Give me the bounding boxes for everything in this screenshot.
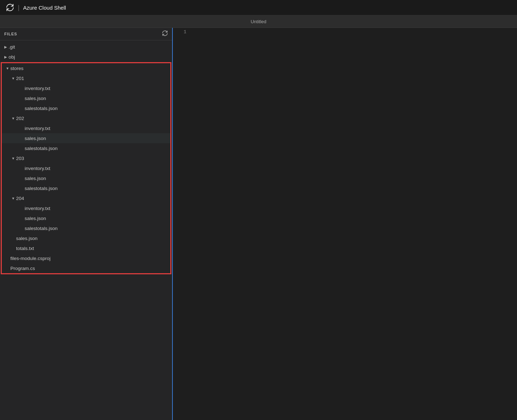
label-sales-stores: sales.json (16, 236, 37, 241)
label-inventory-204: inventory.txt (25, 206, 50, 211)
arrow-salestotals-203 (19, 186, 25, 190)
tree-item-sales-201[interactable]: sales.json (2, 93, 170, 103)
tree-item-stores[interactable]: ▼ stores (2, 63, 170, 73)
tree-item-inventory-204[interactable]: inventory.txt (2, 203, 170, 213)
arrow-sales-204 (19, 216, 25, 220)
sidebar: FILES ▶ .git ▶ obj ▼ (0, 28, 173, 420)
arrow-202: ▼ (10, 116, 16, 120)
label-201: 201 (16, 76, 24, 81)
tree-item-program[interactable]: Program.cs (2, 263, 170, 273)
label-files-module: files-module.csproj (10, 256, 51, 261)
main-layout: FILES ▶ .git ▶ obj ▼ (0, 28, 517, 420)
line-number-1: 1 (177, 29, 186, 35)
arrow-sales-stores (10, 236, 16, 240)
tree-item-totals-stores[interactable]: totals.txt (2, 243, 170, 253)
label-totals-stores: totals.txt (16, 246, 34, 251)
tree-item-sales-stores[interactable]: sales.json (2, 233, 170, 243)
label-sales-202: sales.json (25, 136, 46, 141)
label-git: .git (9, 44, 15, 50)
arrow-salestotals-201 (19, 106, 25, 110)
label-inventory-203: inventory.txt (25, 166, 50, 171)
line-numbers: 1 (173, 29, 191, 420)
label-stores: stores (10, 66, 24, 71)
arrow-salestotals-202 (19, 146, 25, 150)
tab-bar: Untitled (0, 15, 517, 28)
label-204: 204 (16, 196, 24, 201)
arrow-stores: ▼ (5, 66, 10, 70)
arrow-204: ▼ (10, 196, 16, 200)
label-sales-203: sales.json (25, 176, 46, 181)
label-sales-204: sales.json (25, 216, 46, 221)
label-program: Program.cs (10, 266, 35, 271)
highlighted-section: ▼ stores ▼ 201 inventory.txt sales.json (1, 62, 171, 274)
tree-item-sales-204[interactable]: sales.json (2, 213, 170, 223)
arrow-salestotals-204 (19, 226, 25, 230)
title-text: Azure Cloud Shell (23, 5, 66, 11)
label-obj: obj (9, 54, 15, 60)
tree-item-inventory-201[interactable]: inventory.txt (2, 83, 170, 93)
tree-item-salestotals-201[interactable]: salestotals.json (2, 103, 170, 113)
tree-item-git[interactable]: ▶ .git (0, 42, 172, 52)
arrow-inventory-204 (19, 206, 25, 210)
tree-item-sales-202[interactable]: sales.json (2, 133, 170, 143)
arrow-sales-203 (19, 176, 25, 180)
arrow-inventory-201 (19, 86, 25, 90)
tree-item-204[interactable]: ▼ 204 (2, 193, 170, 203)
arrow-inventory-203 (19, 166, 25, 170)
arrow-program (5, 266, 10, 270)
title-divider: | (18, 4, 20, 11)
tree-item-obj[interactable]: ▶ obj (0, 52, 172, 62)
label-203: 203 (16, 156, 24, 161)
refresh-icon[interactable] (162, 30, 168, 38)
editor-area[interactable] (191, 29, 517, 420)
label-salestotals-201: salestotals.json (25, 106, 57, 111)
files-label: FILES (4, 32, 17, 36)
arrow-obj: ▶ (3, 55, 9, 59)
label-salestotals-204: salestotals.json (25, 226, 57, 231)
label-202: 202 (16, 116, 24, 121)
arrow-files-module (5, 256, 10, 260)
tree-item-inventory-203[interactable]: inventory.txt (2, 163, 170, 173)
label-sales-201: sales.json (25, 96, 46, 101)
tree-item-salestotals-202[interactable]: salestotals.json (2, 143, 170, 153)
tree-item-sales-203[interactable]: sales.json (2, 173, 170, 183)
label-inventory-201: inventory.txt (25, 86, 50, 91)
arrow-totals-stores (10, 246, 16, 250)
arrow-201: ▼ (10, 76, 16, 80)
tab-title: Untitled (251, 19, 266, 24)
sidebar-header: FILES (0, 28, 172, 40)
arrow-203: ▼ (10, 156, 16, 160)
tree-item-salestotals-204[interactable]: salestotals.json (2, 223, 170, 233)
tree-item-salestotals-203[interactable]: salestotals.json (2, 183, 170, 193)
cloud-shell-icon (6, 3, 14, 12)
editor-content: 1 (173, 28, 517, 420)
tree-item-inventory-202[interactable]: inventory.txt (2, 123, 170, 133)
file-tree: ▶ .git ▶ obj ▼ stores ▼ 201 (0, 40, 172, 420)
label-inventory-202: inventory.txt (25, 126, 50, 131)
tree-item-202[interactable]: ▼ 202 (2, 113, 170, 123)
arrow-sales-202 (19, 136, 25, 140)
arrow-sales-201 (19, 96, 25, 100)
tree-item-files-module[interactable]: files-module.csproj (2, 253, 170, 263)
title-bar: | Azure Cloud Shell (0, 0, 517, 15)
label-salestotals-203: salestotals.json (25, 186, 57, 191)
arrow-inventory-202 (19, 126, 25, 130)
tree-item-201[interactable]: ▼ 201 (2, 73, 170, 83)
tree-item-203[interactable]: ▼ 203 (2, 153, 170, 163)
arrow-git: ▶ (3, 45, 9, 49)
label-salestotals-202: salestotals.json (25, 146, 57, 151)
editor: 1 (173, 28, 517, 420)
